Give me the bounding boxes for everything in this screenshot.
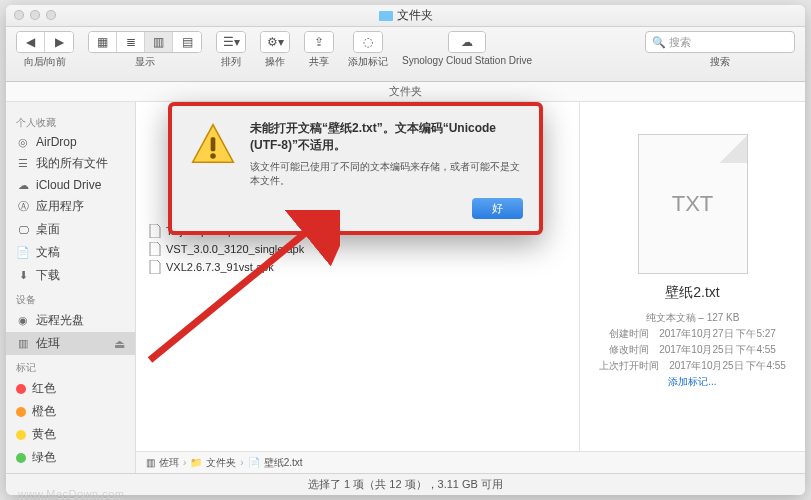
- thumb-ext: TXT: [672, 191, 714, 217]
- crumb[interactable]: 文件夹: [206, 456, 236, 470]
- search-icon: 🔍: [652, 36, 666, 49]
- window-controls[interactable]: [14, 10, 56, 20]
- sidebar-heading-devices: 设备: [6, 287, 135, 309]
- sidebar-tag-orange[interactable]: 橙色: [6, 400, 135, 423]
- file-row[interactable]: VXL2.6.7.3_91vst.apk: [136, 258, 579, 276]
- folder-icon: [379, 11, 393, 21]
- tag-dot-icon: [16, 407, 26, 417]
- airdrop-icon: ◎: [16, 135, 30, 149]
- tag-button[interactable]: ◌: [353, 31, 383, 53]
- gear-icon[interactable]: ⚙▾: [261, 32, 289, 52]
- share-button[interactable]: ⇪: [304, 31, 334, 53]
- modified-value: 2017年10月25日 下午4:55: [659, 344, 776, 355]
- nav-buttons[interactable]: ◀ ▶: [16, 31, 74, 53]
- crumb[interactable]: 壁纸2.txt: [264, 456, 303, 470]
- allfiles-icon: ☰: [16, 157, 30, 171]
- forward-button[interactable]: ▶: [45, 32, 73, 52]
- arrange-button[interactable]: ☰▾: [216, 31, 246, 53]
- minimize-icon[interactable]: [30, 10, 40, 20]
- sidebar-item-docs[interactable]: 📄文稿: [6, 241, 135, 264]
- sidebar-item-icloud[interactable]: ☁iCloud Drive: [6, 175, 135, 195]
- created-label: 创建时间: [609, 328, 649, 339]
- view-buttons[interactable]: ▦ ≣ ▥ ▤: [88, 31, 202, 53]
- view-label: 显示: [135, 55, 155, 69]
- opened-label: 上次打开时间: [599, 360, 659, 371]
- created-value: 2017年10月27日 下午5:27: [659, 328, 776, 339]
- sidebar-item-desktop[interactable]: 🖵桌面: [6, 218, 135, 241]
- sidebar-item-apps[interactable]: Ⓐ应用程序: [6, 195, 135, 218]
- apps-icon: Ⓐ: [16, 200, 30, 214]
- search-input[interactable]: 🔍 搜索: [645, 31, 795, 53]
- cloud-icon[interactable]: ☁: [449, 32, 485, 52]
- crumb[interactable]: 佐珥: [159, 456, 179, 470]
- preview-thumb: TXT: [638, 134, 748, 274]
- dialog-message: 未能打开文稿“壁纸2.txt”。文本编码“Unicode (UTF-8)”不适用…: [250, 120, 523, 188]
- svg-rect-0: [211, 137, 216, 151]
- tag-dot-icon: [16, 453, 26, 463]
- view-column-button[interactable]: ▥: [145, 32, 173, 52]
- back-button[interactable]: ◀: [17, 32, 45, 52]
- arrange-icon[interactable]: ☰▾: [217, 32, 245, 52]
- sidebar-tag-yellow[interactable]: 黄色: [6, 423, 135, 446]
- close-icon[interactable]: [14, 10, 24, 20]
- desktop-icon: 🖵: [16, 223, 30, 237]
- window-title: 文件夹: [397, 7, 433, 24]
- zoom-icon[interactable]: [46, 10, 56, 20]
- file-icon: [148, 224, 162, 238]
- file-row[interactable]: VST_3.0.0_3120_single.apk: [136, 240, 579, 258]
- preview-pane: TXT 壁纸2.txt 纯文本文稿 – 127 KB 创建时间 2017年10月…: [580, 102, 805, 451]
- sidebar-item-remote[interactable]: ◉远程光盘: [6, 309, 135, 332]
- ok-button[interactable]: 好: [472, 198, 523, 219]
- file-icon: [148, 260, 162, 274]
- sidebar-item-allfiles[interactable]: ☰我的所有文件: [6, 152, 135, 175]
- file-icon: 📄: [248, 457, 260, 468]
- view-icon-button[interactable]: ▦: [89, 32, 117, 52]
- file-icon: [148, 242, 162, 256]
- sidebar-item-label: 下载: [36, 267, 60, 284]
- preview-filename: 壁纸2.txt: [665, 284, 719, 302]
- view-list-button[interactable]: ≣: [117, 32, 145, 52]
- view-cover-button[interactable]: ▤: [173, 32, 201, 52]
- sidebar-item-downloads[interactable]: ⬇下载: [6, 264, 135, 287]
- sidebar-item-label: 橙色: [32, 403, 56, 420]
- folder-icon: 📁: [190, 457, 202, 468]
- warning-icon: [188, 120, 238, 170]
- titlebar: 文件夹: [6, 5, 805, 27]
- disk-icon: ▥: [146, 457, 155, 468]
- sidebar-item-label: 我的所有文件: [36, 155, 108, 172]
- sidebar-item-label: 远程光盘: [36, 312, 84, 329]
- share-icon[interactable]: ⇪: [305, 32, 333, 52]
- downloads-icon: ⬇: [16, 269, 30, 283]
- path-header-text: 文件夹: [389, 84, 422, 99]
- tag-dot-icon: [16, 430, 26, 440]
- eject-icon[interactable]: ⏏: [114, 337, 125, 351]
- sidebar-item-label: 绿色: [32, 449, 56, 466]
- disk-icon: ▥: [16, 337, 30, 351]
- sidebar-item-label: 文稿: [36, 244, 60, 261]
- tag-dot-icon: [16, 384, 26, 394]
- arrange-label: 排列: [221, 55, 241, 69]
- action-button[interactable]: ⚙▾: [260, 31, 290, 53]
- nav-label: 向后/向前: [24, 55, 67, 69]
- finder-window: 文件夹 ◀ ▶ 向后/向前 ▦ ≣ ▥ ▤ 显示 ☰▾ 排列 ⚙▾ 操作: [6, 5, 805, 495]
- sidebar-tag-red[interactable]: 红色: [6, 377, 135, 400]
- error-dialog: 未能打开文稿“壁纸2.txt”。文本编码“Unicode (UTF-8)”不适用…: [168, 102, 543, 235]
- dialog-desc: 该文件可能已使用了不同的文本编码来存储，或者可能不是文本文件。: [250, 160, 523, 188]
- chevron-right-icon: ›: [183, 457, 186, 468]
- sidebar-tag-green[interactable]: 绿色: [6, 446, 135, 469]
- preview-kind: 纯文本文稿 – 127 KB: [599, 310, 786, 326]
- breadcrumb[interactable]: ▥佐珥 › 📁文件夹 › 📄壁纸2.txt: [136, 451, 805, 473]
- tag-icon[interactable]: ◌: [354, 32, 382, 52]
- dialog-title: 未能打开文稿“壁纸2.txt”。文本编码“Unicode (UTF-8)”不适用…: [250, 121, 496, 152]
- watermark: www.MacDown.com: [18, 488, 125, 500]
- search-label: 搜索: [710, 55, 730, 69]
- svg-point-1: [210, 153, 215, 158]
- cloud-button[interactable]: ☁: [448, 31, 486, 53]
- search-placeholder: 搜索: [669, 35, 691, 50]
- add-tag-link[interactable]: 添加标记...: [668, 376, 716, 387]
- share-label: 共享: [309, 55, 329, 69]
- sidebar-item-airdrop[interactable]: ◎AirDrop: [6, 132, 135, 152]
- modified-label: 修改时间: [609, 344, 649, 355]
- remote-icon: ◉: [16, 314, 30, 328]
- sidebar-item-disk[interactable]: ▥佐珥⏏: [6, 332, 135, 355]
